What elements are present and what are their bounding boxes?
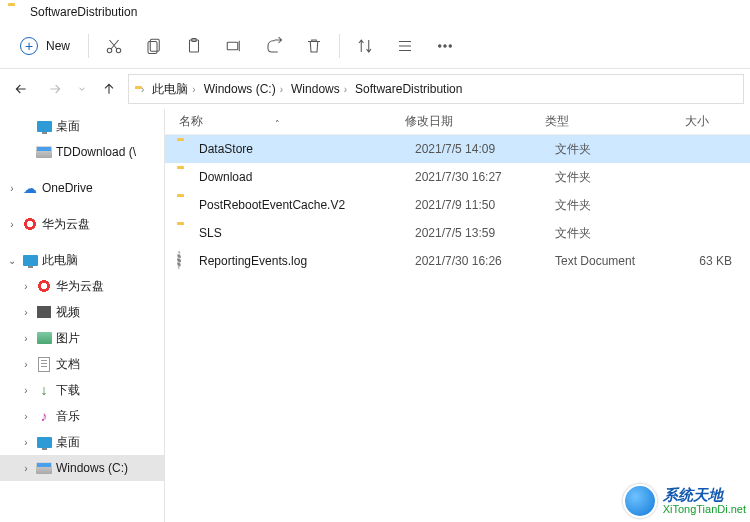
breadcrumb-item[interactable]: Windows (C:)› bbox=[202, 80, 285, 98]
svg-point-8 bbox=[444, 45, 446, 47]
sidebar-item-label: 华为云盘 bbox=[42, 216, 90, 233]
sidebar-item[interactable]: ›桌面 bbox=[0, 429, 164, 455]
more-icon[interactable] bbox=[428, 30, 462, 62]
huawei-icon bbox=[23, 217, 37, 231]
file-name: ReportingEvents.log bbox=[199, 254, 415, 268]
file-name: Download bbox=[199, 170, 415, 184]
disk-icon bbox=[36, 146, 52, 158]
sidebar: 桌面TDDownload (\›☁OneDrive›华为云盘⌄此电脑›华为云盘›… bbox=[0, 109, 165, 522]
chevron-icon[interactable]: › bbox=[20, 411, 32, 422]
toolbar: + New bbox=[0, 24, 750, 68]
breadcrumb-chevron[interactable]: › bbox=[139, 82, 146, 97]
sidebar-item[interactable]: 桌面 bbox=[0, 113, 164, 139]
folder-icon bbox=[8, 6, 24, 19]
file-row[interactable]: DataStore2021/7/5 14:09文件夹 bbox=[165, 135, 750, 163]
back-button[interactable] bbox=[6, 74, 36, 104]
chevron-icon[interactable]: ⌄ bbox=[6, 255, 18, 266]
column-type[interactable]: 类型 bbox=[545, 113, 685, 130]
sidebar-item[interactable]: ›☁OneDrive bbox=[0, 175, 164, 201]
sidebar-item-label: TDDownload (\ bbox=[56, 145, 136, 159]
sidebar-item-label: Windows (C:) bbox=[56, 461, 128, 475]
paste-icon[interactable] bbox=[177, 30, 211, 62]
svg-rect-6 bbox=[227, 42, 238, 50]
file-row[interactable]: Download2021/7/30 16:27文件夹 bbox=[165, 163, 750, 191]
sort-icon[interactable] bbox=[348, 30, 382, 62]
file-row[interactable]: ReportingEvents.log2021/7/30 16:26Text D… bbox=[165, 247, 750, 275]
divider bbox=[88, 34, 89, 58]
copy-icon[interactable] bbox=[137, 30, 171, 62]
sidebar-item[interactable]: ›Windows (C:) bbox=[0, 455, 164, 481]
sort-caret-icon: ˄ bbox=[275, 119, 280, 129]
column-name[interactable]: 名称˄ bbox=[165, 113, 405, 130]
file-row[interactable]: SLS2021/7/5 13:59文件夹 bbox=[165, 219, 750, 247]
chevron-icon[interactable]: › bbox=[20, 463, 32, 474]
huawei-icon bbox=[37, 279, 51, 293]
sidebar-item[interactable]: ›↓下载 bbox=[0, 377, 164, 403]
chevron-icon[interactable]: › bbox=[20, 307, 32, 318]
sidebar-item[interactable]: ›华为云盘 bbox=[0, 211, 164, 237]
file-type: 文件夹 bbox=[555, 197, 695, 214]
sidebar-item-label: 桌面 bbox=[56, 434, 80, 451]
chevron-icon[interactable]: › bbox=[6, 183, 18, 194]
sidebar-item-label: 文档 bbox=[56, 356, 80, 373]
window-title: SoftwareDistribution bbox=[30, 5, 137, 19]
svg-point-7 bbox=[439, 45, 441, 47]
file-date: 2021/7/9 11:50 bbox=[415, 198, 555, 212]
image-icon bbox=[37, 332, 52, 344]
sidebar-item[interactable]: TDDownload (\ bbox=[0, 139, 164, 165]
sidebar-item[interactable]: ›♪音乐 bbox=[0, 403, 164, 429]
chevron-icon[interactable]: › bbox=[20, 333, 32, 344]
sidebar-item-label: 图片 bbox=[56, 330, 80, 347]
sidebar-item-label: 视频 bbox=[56, 304, 80, 321]
divider bbox=[339, 34, 340, 58]
watermark: 系统天地 XiTongTianDi.net bbox=[623, 484, 746, 518]
chevron-icon[interactable]: › bbox=[20, 281, 32, 292]
breadcrumb-item[interactable]: 此电脑› bbox=[150, 79, 197, 100]
breadcrumb-item[interactable]: SoftwareDistribution bbox=[353, 80, 464, 98]
view-icon[interactable] bbox=[388, 30, 422, 62]
chevron-icon[interactable]: › bbox=[20, 385, 32, 396]
sidebar-item[interactable]: ⌄此电脑 bbox=[0, 247, 164, 273]
file-date: 2021/7/5 13:59 bbox=[415, 226, 555, 240]
file-row[interactable]: PostRebootEventCache.V22021/7/9 11:50文件夹 bbox=[165, 191, 750, 219]
plus-icon: + bbox=[20, 37, 38, 55]
video-icon bbox=[37, 306, 51, 318]
watermark-title: 系统天地 bbox=[663, 487, 746, 504]
column-size[interactable]: 大小 bbox=[685, 113, 750, 130]
document-icon bbox=[38, 357, 50, 372]
file-date: 2021/7/30 16:27 bbox=[415, 170, 555, 184]
file-type: 文件夹 bbox=[555, 225, 695, 242]
chevron-icon[interactable]: › bbox=[6, 219, 18, 230]
globe-icon bbox=[623, 484, 657, 518]
file-date: 2021/7/30 16:26 bbox=[415, 254, 555, 268]
sidebar-item-label: OneDrive bbox=[42, 181, 93, 195]
chevron-icon[interactable]: › bbox=[20, 437, 32, 448]
sidebar-item-label: 桌面 bbox=[56, 118, 80, 135]
forward-button[interactable] bbox=[40, 74, 70, 104]
up-button[interactable] bbox=[94, 74, 124, 104]
breadcrumb-item[interactable]: Windows› bbox=[289, 80, 349, 98]
column-date[interactable]: 修改日期 bbox=[405, 113, 545, 130]
file-name: SLS bbox=[199, 226, 415, 240]
sidebar-item[interactable]: ›文档 bbox=[0, 351, 164, 377]
delete-icon[interactable] bbox=[297, 30, 331, 62]
rename-icon[interactable] bbox=[217, 30, 251, 62]
gear-icon bbox=[177, 251, 181, 269]
sidebar-item[interactable]: ›图片 bbox=[0, 325, 164, 351]
disk-icon bbox=[36, 462, 52, 474]
recent-dropdown[interactable] bbox=[74, 74, 90, 104]
sidebar-item-label: 下载 bbox=[56, 382, 80, 399]
file-date: 2021/7/5 14:09 bbox=[415, 142, 555, 156]
cut-icon[interactable] bbox=[97, 30, 131, 62]
sidebar-item[interactable]: ›华为云盘 bbox=[0, 273, 164, 299]
monitor-icon bbox=[37, 121, 52, 132]
new-button[interactable]: + New bbox=[10, 33, 80, 59]
new-button-label: New bbox=[46, 39, 70, 53]
share-icon[interactable] bbox=[257, 30, 291, 62]
sidebar-item[interactable]: ›视频 bbox=[0, 299, 164, 325]
address-bar[interactable]: › 此电脑› Windows (C:)› Windows› SoftwareDi… bbox=[128, 74, 744, 104]
nav-row: › 此电脑› Windows (C:)› Windows› SoftwareDi… bbox=[0, 69, 750, 109]
file-list: 名称˄ 修改日期 类型 大小 DataStore2021/7/5 14:09文件… bbox=[165, 109, 750, 522]
chevron-icon[interactable]: › bbox=[20, 359, 32, 370]
sidebar-item-label: 此电脑 bbox=[42, 252, 78, 269]
